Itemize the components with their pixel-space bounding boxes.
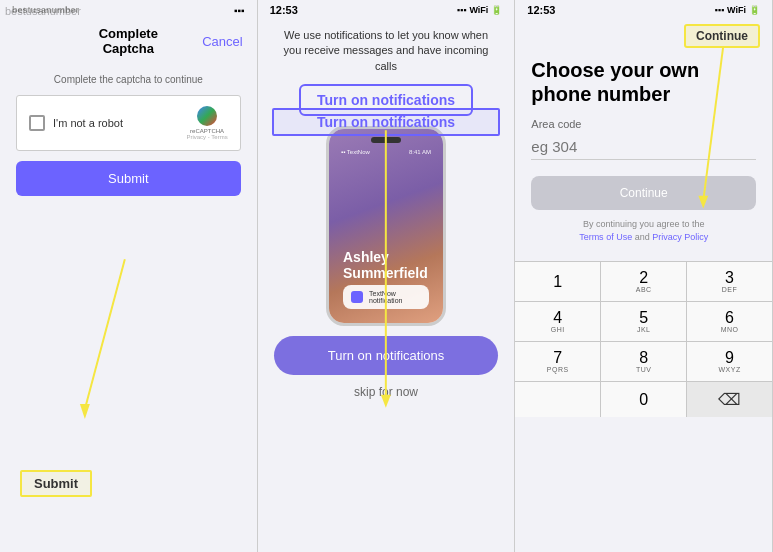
- key-delete[interactable]: ⌫: [687, 382, 772, 417]
- status-icons-1: ▪▪▪: [234, 5, 245, 16]
- status-time-2: 12:53: [270, 4, 298, 16]
- panel2-content: We use notifications to let you know whe…: [258, 20, 515, 407]
- terms-of-use-link[interactable]: Terms of Use: [579, 232, 632, 242]
- key-8[interactable]: 8TUV: [601, 342, 686, 381]
- mockup-person-name: AshleySummerfield: [343, 249, 429, 281]
- privacy-policy-link[interactable]: Privacy Policy: [652, 232, 708, 242]
- key-empty: [515, 382, 600, 417]
- panel2-annotation: Turn on notifications: [272, 108, 501, 136]
- panel-phone-number: 12:53 ▪▪▪ WiFi 🔋 Continue Choose your ow…: [515, 0, 773, 552]
- panel3-content: Choose your own phone number Area code C…: [515, 50, 772, 261]
- cancel-button[interactable]: Cancel: [166, 34, 242, 49]
- numeric-keypad: 1 2ABC 3DEF 4GHI 5JKL 6MNO 7PQRS 8TUV 9W…: [515, 261, 772, 417]
- phone-mockup: ▪▪ TextNow 8:41 AM AshleySummerfield Tex…: [326, 126, 446, 326]
- panel3-wrapper: 12:53 ▪▪▪ WiFi 🔋 Continue Choose your ow…: [515, 0, 772, 552]
- key-4[interactable]: 4GHI: [515, 302, 600, 341]
- annotation-area-1: Submit: [0, 206, 257, 552]
- panel1-content: Complete the captcha to continue I'm not…: [0, 64, 257, 206]
- turn-on-notifications-button[interactable]: Turn on notifications: [274, 336, 499, 375]
- mockup-notification: TextNow notification: [343, 285, 429, 309]
- area-code-input[interactable]: [531, 134, 756, 160]
- recaptcha-logo: reCAPTCHA Privacy - Terms: [186, 106, 227, 140]
- notification-description: We use notifications to let you know whe…: [274, 28, 499, 74]
- captcha-checkbox-area[interactable]: I'm not a robot: [29, 115, 123, 131]
- panel-notifications: 12:53 ▪▪▪ WiFi 🔋 We use notifications to…: [258, 0, 516, 552]
- mockup-notch: [371, 137, 401, 143]
- key-3[interactable]: 3DEF: [687, 262, 772, 301]
- phone-mockup-inner: ▪▪ TextNow 8:41 AM AshleySummerfield Tex…: [329, 129, 443, 323]
- continue-button-top[interactable]: Continue: [684, 24, 760, 48]
- key-5[interactable]: 5JKL: [601, 302, 686, 341]
- mockup-status: ▪▪ TextNow 8:41 AM: [337, 147, 435, 157]
- key-1[interactable]: 1: [515, 262, 600, 301]
- terms-text: By continuing you agree to the Terms of …: [531, 218, 756, 243]
- key-9[interactable]: 9WXYZ: [687, 342, 772, 381]
- mockup-status-left: ▪▪ TextNow: [341, 149, 370, 155]
- captcha-checkbox[interactable]: [29, 115, 45, 131]
- status-time-3: 12:53: [527, 4, 555, 16]
- captcha-box[interactable]: I'm not a robot reCAPTCHA Privacy - Term…: [16, 95, 241, 151]
- panel-captcha: bestusanumber ▪▪▪ Complete Captcha Cance…: [0, 0, 258, 552]
- continue-button-mid[interactable]: Continue: [531, 176, 756, 210]
- status-icons-2: ▪▪▪ WiFi 🔋: [457, 5, 503, 15]
- mockup-notif-icon: [351, 291, 363, 303]
- svg-line-0: [85, 259, 125, 409]
- submit-button[interactable]: Submit: [16, 161, 241, 196]
- watermark: bestusanumber: [5, 5, 81, 17]
- choose-number-title: Choose your own phone number: [531, 58, 756, 106]
- recaptcha-sub: Privacy - Terms: [186, 134, 227, 140]
- panel1-header: Complete Captcha Cancel: [0, 20, 257, 64]
- key-6[interactable]: 6MNO: [687, 302, 772, 341]
- key-0[interactable]: 0: [601, 382, 686, 417]
- area-code-label: Area code: [531, 118, 756, 130]
- mockup-status-right: 8:41 AM: [409, 149, 431, 155]
- panel1-title: Complete Captcha: [90, 26, 166, 56]
- delete-icon: ⌫: [718, 390, 741, 409]
- captcha-subtitle: Complete the captcha to continue: [54, 74, 203, 85]
- mockup-notif-text: TextNow notification: [369, 290, 421, 304]
- skip-link[interactable]: skip for now: [354, 385, 418, 399]
- submit-annotation: Submit: [20, 474, 92, 492]
- panel3-header: Continue: [515, 20, 772, 50]
- status-bar-3: 12:53 ▪▪▪ WiFi 🔋: [515, 0, 772, 20]
- status-bar-2: 12:53 ▪▪▪ WiFi 🔋: [258, 0, 515, 20]
- captcha-label: I'm not a robot: [53, 117, 123, 129]
- svg-marker-1: [80, 404, 90, 419]
- key-7[interactable]: 7PQRS: [515, 342, 600, 381]
- key-2[interactable]: 2ABC: [601, 262, 686, 301]
- recaptcha-icon: [197, 106, 217, 126]
- status-icons-3: ▪▪▪ WiFi 🔋: [715, 5, 761, 15]
